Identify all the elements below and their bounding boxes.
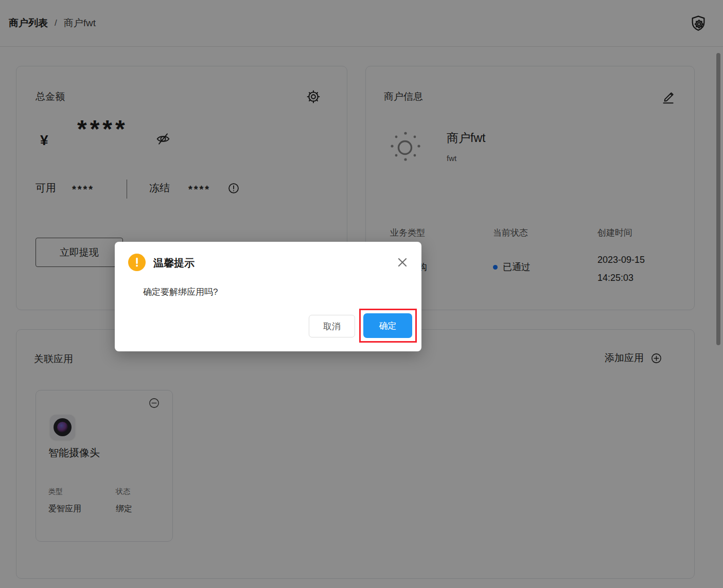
close-icon[interactable]	[396, 256, 409, 269]
cancel-button[interactable]: 取消	[309, 315, 355, 337]
merchant-detail-page: 商户列表 / 商户fwt 总金额 ¥ ****	[0, 0, 723, 588]
confirm-button[interactable]: 确定	[363, 313, 412, 338]
exclamation-circle-icon	[128, 254, 146, 271]
confirm-dialog: 温馨提示 确定要解绑应用吗? 取消 确定	[115, 242, 421, 351]
dialog-title: 温馨提示	[153, 256, 195, 270]
dialog-message: 确定要解绑应用吗?	[143, 286, 218, 298]
